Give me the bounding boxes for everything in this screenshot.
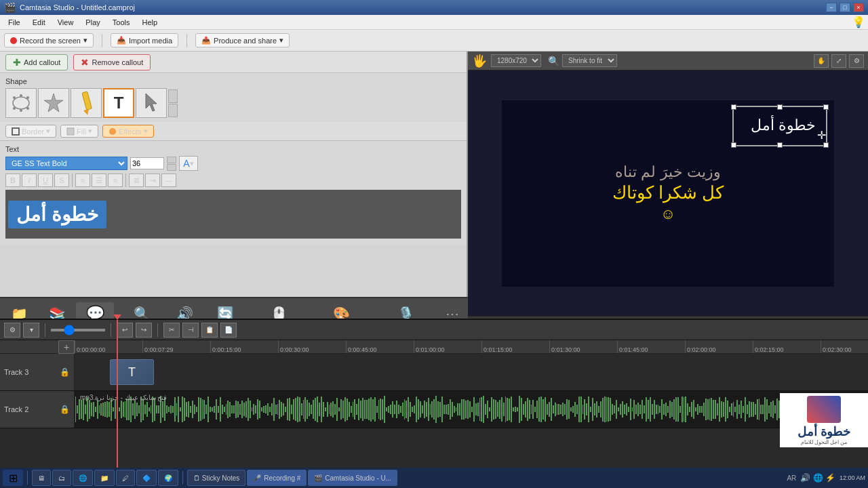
shape-star[interactable] <box>38 88 69 118</box>
list-button[interactable]: ≣ <box>129 174 144 187</box>
bold-button[interactable]: B <box>5 174 20 187</box>
menu-play[interactable]: Play <box>80 17 105 28</box>
fit-selector[interactable]: Shrink to fit <box>562 54 617 67</box>
align-center-button[interactable]: ☰ <box>92 174 106 187</box>
import-button[interactable]: 📥 Import media <box>111 33 178 47</box>
menu-view[interactable]: View <box>52 17 79 28</box>
taskbar-ps[interactable]: 🔷 <box>136 470 157 486</box>
preview-settings[interactable]: ⚙ <box>849 54 864 68</box>
title-bar: 🎬 Camtasia Studio - Untitled.camproj − □… <box>0 0 868 15</box>
taskbar-pen[interactable]: 🖊 <box>116 470 135 486</box>
ruler-5: 0:01:00:00 <box>414 340 481 353</box>
tl-copy[interactable]: 📋 <box>201 323 218 338</box>
font-size-down[interactable]: ▼ <box>167 164 176 171</box>
close-button[interactable]: × <box>853 3 864 12</box>
zoom-slider[interactable] <box>51 329 105 331</box>
shape-scroll-up[interactable]: ▲ <box>168 89 178 103</box>
shape-cursor[interactable] <box>136 88 167 118</box>
taskbar-notes[interactable]: 🗒 Sticky Notes <box>187 470 245 486</box>
shape-pencil[interactable] <box>71 88 102 118</box>
shape-scroll-down[interactable]: ▼ <box>168 104 178 117</box>
taskbar-recording[interactable]: 🎤 Recording # <box>247 470 307 486</box>
svg-point-2 <box>20 94 22 97</box>
timeline-area: ⚙ ▾ ↩ ↪ ✂ ⊣ 📋 📄 + 0:00:00:00 0:00:07:29 … <box>0 319 868 468</box>
handle-tl[interactable] <box>731 104 736 110</box>
playhead[interactable] <box>117 320 118 468</box>
svg-point-14 <box>111 129 115 134</box>
record-button[interactable]: Record the screen ▾ <box>4 33 94 47</box>
tl-split[interactable]: ⊣ <box>182 323 199 338</box>
shape-text[interactable]: T <box>103 88 134 118</box>
font-selector[interactable]: GE SS Text Bold <box>5 157 127 170</box>
handle-tm[interactable] <box>777 104 783 110</box>
ruler-6: 0:01:15:00 <box>481 340 549 353</box>
resolution-selector[interactable]: 868x488 <box>491 54 541 67</box>
track-3-lock[interactable]: 🔒 <box>60 367 70 377</box>
track-2-name: Track 2 <box>4 405 28 413</box>
align-left-button[interactable]: ≡ <box>75 174 90 187</box>
taskbar-explorer[interactable]: 📁 <box>94 470 115 486</box>
hr-button[interactable]: — <box>161 174 176 187</box>
menu-tools[interactable]: Tools <box>107 17 136 28</box>
menu-file[interactable]: File <box>3 17 26 28</box>
timeline-settings-dropdown[interactable]: ▾ <box>23 323 39 338</box>
fill-label: Fill <box>77 127 86 136</box>
menu-edit[interactable]: Edit <box>27 17 51 28</box>
font-size-input[interactable] <box>130 157 164 169</box>
clock: 12:00 AM <box>840 474 865 481</box>
strikethrough-button[interactable]: S <box>54 174 69 187</box>
tl-cut[interactable]: ✂ <box>163 323 180 338</box>
record-label: Record the screen <box>20 37 81 45</box>
timeline-settings-button[interactable]: ⚙ <box>4 323 20 338</box>
handle-bm[interactable] <box>777 142 783 148</box>
selection-box[interactable]: خطوة أمل ✛ <box>732 106 827 146</box>
preview-tool-hand[interactable]: ✋ <box>814 54 829 68</box>
font-color-button[interactable]: A ▾ <box>179 156 198 171</box>
border-button[interactable]: Border ▾ <box>5 125 56 138</box>
menu-help[interactable]: Help <box>136 17 163 28</box>
taskbar-monitor[interactable]: 🖥 <box>32 470 51 486</box>
fill-button[interactable]: Fill ▾ <box>60 125 98 138</box>
start-button[interactable]: ⊞ <box>3 470 23 486</box>
maximize-button[interactable]: □ <box>840 3 850 12</box>
add-track-button[interactable]: + <box>58 340 75 354</box>
tl-redo[interactable]: ↪ <box>136 323 152 338</box>
add-callout-button[interactable]: ✚ Add callout <box>5 54 68 70</box>
track-2-row: Track 2 🔒 فتح سابک عبيك - حزنا نرة.mp3 <box>0 391 868 428</box>
taskbar-browser[interactable]: 🌐 <box>73 470 93 486</box>
ruler-marks: 0:00:00:00 0:00:07:29 0:00:15:00 0:00:30… <box>75 340 868 353</box>
track-2-lock[interactable]: 🔒 <box>60 405 70 414</box>
preview-fullscreen[interactable]: ⤢ <box>831 54 846 68</box>
ruler-0: 0:00:00:00 <box>75 340 142 353</box>
align-right-button[interactable]: ≡ <box>108 174 123 187</box>
handle-br[interactable] <box>823 142 829 148</box>
shape-ellipse[interactable] <box>5 88 37 118</box>
tl-undo[interactable]: ↩ <box>117 323 133 338</box>
shapes-section: Shape T <box>0 73 467 122</box>
tl-paste[interactable]: 📄 <box>220 323 237 338</box>
format-sep-1 <box>72 174 73 187</box>
toolbar-sep-1 <box>102 34 102 47</box>
taskbar-firefox[interactable]: 🌍 <box>158 470 178 486</box>
handle-tr[interactable] <box>823 104 829 110</box>
indent-button[interactable]: ⇥ <box>145 174 160 187</box>
taskbar-folder[interactable]: 🗂 <box>52 470 71 486</box>
track-3-clip-icon: T <box>128 365 136 380</box>
recording-icon: 🎤 <box>253 474 261 482</box>
italic-button[interactable]: I <box>22 174 37 187</box>
svg-point-1 <box>13 96 16 99</box>
produce-button[interactable]: 📤 Produce and share ▾ <box>195 33 290 47</box>
track-3-row: Track 3 🔒 T <box>0 354 868 391</box>
effects-button[interactable]: Effects ▾ <box>102 125 153 138</box>
minimize-button[interactable]: − <box>826 3 837 12</box>
track-2-content: فتح سابک عبيك - حزنا نرة.mp3 <box>75 391 868 428</box>
search-preview-icon: 🔍 <box>548 56 559 66</box>
taskbar-camtasia[interactable]: 🎬 Camtasia Studio - U... <box>308 470 397 486</box>
handle-bl[interactable] <box>731 142 736 148</box>
font-size-up[interactable]: ▲ <box>167 157 176 163</box>
remove-callout-button[interactable]: ✖ Remove callout <box>73 54 151 70</box>
underline-button[interactable]: U <box>38 174 53 187</box>
svg-marker-7 <box>44 94 63 112</box>
svg-point-4 <box>26 107 29 110</box>
ruler-11: 0:02:30:00 <box>821 340 868 353</box>
